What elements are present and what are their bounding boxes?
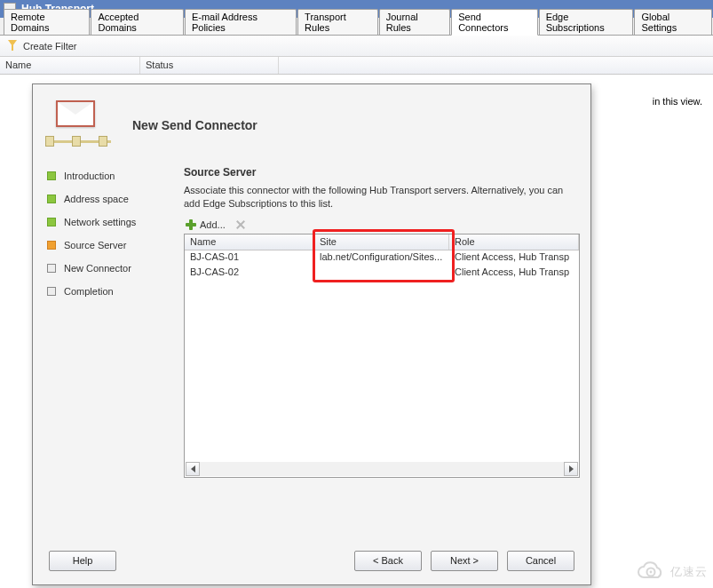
next-button[interactable]: Next > <box>431 551 498 571</box>
scroll-right-button[interactable] <box>564 462 578 476</box>
servers-grid[interactable]: Name Site Role BJ-CAS-01 lab.net/Configu… <box>184 234 580 478</box>
step-label: Introduction <box>64 171 115 181</box>
chevron-left-icon <box>191 465 195 473</box>
tab-send-connectors[interactable]: Send Connectors <box>451 9 537 36</box>
step-completion[interactable]: Completion <box>45 280 178 303</box>
add-button[interactable]: Add... <box>200 219 226 230</box>
step-status-icon <box>47 195 56 203</box>
section-heading: Source Server <box>184 163 580 184</box>
dialog-footer: Help < Back Next > Cancel <box>33 536 590 584</box>
step-new-connector[interactable]: New Connector <box>45 257 178 280</box>
cell-name: BJ-CAS-02 <box>185 266 314 281</box>
col-status[interactable]: Status <box>140 57 279 74</box>
cell-name: BJ-CAS-01 <box>185 250 314 266</box>
tab-global-settings[interactable]: Global Settings <box>634 9 712 35</box>
grid-col-name[interactable]: Name <box>185 234 314 250</box>
cell-role: Client Access, Hub Transp <box>449 250 579 266</box>
annotation-highlight-box <box>313 229 455 282</box>
funnel-icon <box>5 39 20 53</box>
step-source-server[interactable]: Source Server <box>45 234 178 257</box>
tab-transport-rules[interactable]: Transport Rules <box>297 9 378 35</box>
step-status-icon <box>47 287 56 296</box>
horizontal-scrollbar[interactable] <box>186 462 578 476</box>
step-network-settings[interactable]: Network settings <box>45 211 178 234</box>
cancel-button[interactable]: Cancel <box>507 551 574 571</box>
remove-icon[interactable] <box>234 219 247 231</box>
dialog-title: New Send Connector <box>132 97 257 132</box>
plus-icon <box>184 218 198 232</box>
tab-accepted-domains[interactable]: Accepted Domains <box>91 9 183 35</box>
cell-role: Client Access, Hub Transp <box>449 266 579 281</box>
help-button[interactable]: Help <box>49 551 116 571</box>
cloud-icon <box>631 561 667 583</box>
tab-journal-rules[interactable]: Journal Rules <box>379 9 450 35</box>
results-header: Name Status <box>0 57 713 75</box>
back-button[interactable]: < Back <box>354 551 422 571</box>
tab-remote-domains[interactable]: Remote Domains <box>4 9 90 35</box>
step-introduction[interactable]: Introduction <box>45 164 178 187</box>
step-status-icon <box>47 264 56 273</box>
tab-edge-subscriptions[interactable]: Edge Subscriptions <box>539 9 634 35</box>
step-label: Source Server <box>64 240 126 250</box>
toolbar: Create Filter <box>0 36 713 57</box>
step-status-icon <box>47 171 56 180</box>
create-filter-button[interactable]: Create Filter <box>23 41 77 52</box>
step-label: Address space <box>64 194 129 204</box>
watermark: 亿速云 <box>631 561 708 583</box>
step-label: New Connector <box>64 263 131 274</box>
mail-network-icon <box>51 100 107 150</box>
grid-col-role[interactable]: Role <box>449 234 579 250</box>
svg-point-1 <box>650 571 653 574</box>
tab-strip: Remote Domains Accepted Domains E-mail A… <box>0 18 713 36</box>
new-send-connector-dialog: New Send Connector Introduction Address … <box>32 83 591 585</box>
step-status-icon <box>47 218 56 226</box>
step-status-icon <box>47 241 56 250</box>
scroll-left-button[interactable] <box>186 462 200 476</box>
chevron-right-icon <box>569 465 574 473</box>
dialog-header: New Send Connector <box>33 84 590 161</box>
tab-email-address-policies[interactable]: E-mail Address Policies <box>185 9 297 35</box>
step-address-space[interactable]: Address space <box>45 187 178 211</box>
section-description: Associate this connector with the follow… <box>184 184 580 211</box>
wizard-steps: Introduction Address space Network setti… <box>33 161 182 478</box>
col-name[interactable]: Name <box>0 57 140 74</box>
watermark-text: 亿速云 <box>670 564 708 580</box>
step-label: Completion <box>64 286 114 297</box>
step-label: Network settings <box>64 217 136 227</box>
